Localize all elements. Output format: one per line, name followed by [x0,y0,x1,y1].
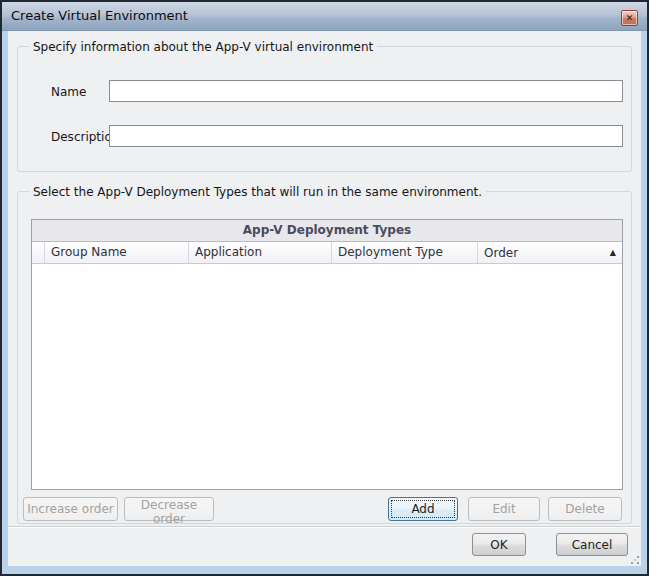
dialog-content: Specify information about the App-V virt… [8,31,641,566]
close-button[interactable]: ✕ [621,10,638,26]
column-header-order[interactable]: Order ▲ [478,242,622,263]
column-header-group-name[interactable]: Group Name [45,242,189,263]
column-header-blank[interactable] [32,242,45,263]
add-button[interactable]: Add [388,497,458,521]
column-header-deployment-type[interactable]: Deployment Type [332,242,478,263]
deployment-groupbox-label: Select the App-V Deployment Types that w… [29,185,486,199]
decrease-order-button[interactable]: Decrease order [124,497,214,521]
deployment-types-table: App-V Deployment Types Group Name Applic… [31,219,623,490]
info-groupbox: Specify information about the App-V virt… [17,46,632,172]
close-icon: ✕ [626,13,634,23]
ok-button[interactable]: OK [472,533,526,556]
deployment-groupbox: Select the App-V Deployment Types that w… [17,191,632,524]
description-input[interactable] [109,125,623,147]
column-header-order-label: Order [484,246,518,260]
dialog-window: Create Virtual Environment ✕ Specify inf… [0,0,649,576]
titlebar[interactable]: Create Virtual Environment ✕ [2,2,647,31]
table-body [32,264,622,489]
resize-grip[interactable] [629,554,640,565]
table-header-row: Group Name Application Deployment Type O… [32,242,622,264]
name-label: Name [51,85,86,99]
column-header-application[interactable]: Application [189,242,332,263]
cancel-button[interactable]: Cancel [556,533,628,556]
table-title: App-V Deployment Types [32,220,622,242]
increase-order-button[interactable]: Increase order [23,497,118,521]
window-title: Create Virtual Environment [11,8,188,23]
name-input[interactable] [109,80,623,102]
sort-ascending-icon: ▲ [610,248,616,257]
delete-button[interactable]: Delete [548,497,622,521]
edit-button[interactable]: Edit [468,497,540,521]
footer-separator [8,526,641,528]
info-groupbox-label: Specify information about the App-V virt… [29,40,377,54]
